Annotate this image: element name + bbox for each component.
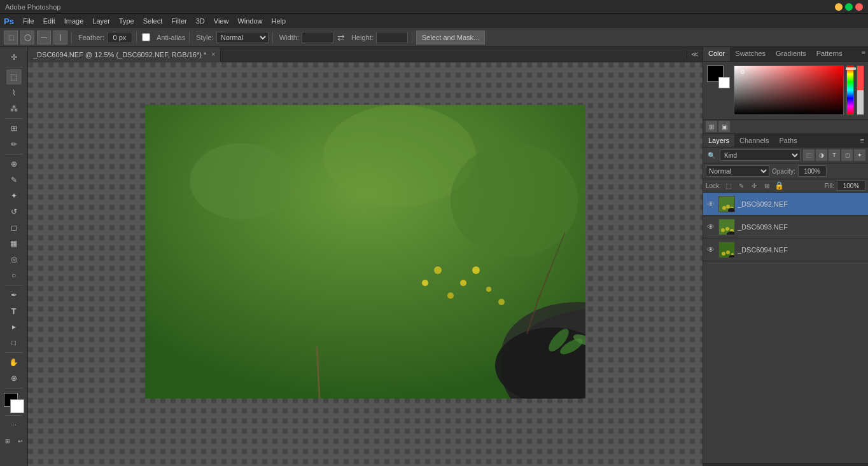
svg-point-21: [498, 299, 505, 305]
hand-tool-btn[interactable]: ✋: [6, 355, 22, 370]
menu-type[interactable]: Type: [115, 16, 138, 26]
clone-tool-btn[interactable]: ✦: [6, 188, 22, 203]
lock-all-btn[interactable]: 🔒: [774, 181, 785, 191]
extra-tool-1[interactable]: ⋯: [6, 418, 22, 433]
fill-input[interactable]: [837, 181, 865, 191]
panel-tool-1[interactable]: ⊞: [706, 121, 717, 132]
tab-color[interactable]: Color: [703, 47, 730, 61]
menu-edit[interactable]: Edit: [39, 16, 59, 26]
canvas-scroll-area[interactable]: [28, 62, 703, 466]
panel-tool-2[interactable]: ▣: [718, 121, 730, 132]
move-tool-btn[interactable]: ✢: [6, 50, 22, 65]
menu-3d[interactable]: 3D: [192, 16, 209, 26]
eyedropper-tool-btn[interactable]: ✏: [6, 137, 22, 152]
color-gradient-picker[interactable]: [734, 65, 844, 115]
toolbar-single-col-btn[interactable]: |: [53, 31, 67, 45]
toolbar-single-row-btn[interactable]: ―: [37, 31, 51, 45]
filter-adjust-btn[interactable]: ◑: [816, 149, 827, 161]
style-select[interactable]: Normal Fixed Ratio Fixed Size: [216, 32, 269, 43]
background-swatch[interactable]: [718, 77, 730, 88]
main-layout: ✢ ⬚ ⌇ ⁂ ⊞ ✏ ⊕ ✎ ✦ ↺ ◻ ▦ ◎ ○ ✒ T ▸ □ ✋ ⊕ …: [0, 47, 868, 466]
panel-collapse-btn[interactable]: ≪: [687, 50, 703, 58]
lasso-tool-btn[interactable]: ⌇: [6, 85, 22, 100]
shape-tool-btn[interactable]: □: [6, 335, 22, 350]
document-tab[interactable]: _DSC6094.NEF @ 12.5% (_DSC6092.NEF, RGB/…: [28, 47, 221, 62]
menu-image[interactable]: Image: [60, 16, 88, 26]
dark-gradient: [734, 66, 843, 114]
swap-dimensions-btn[interactable]: ⇄: [336, 32, 346, 43]
type-tool-btn[interactable]: T: [6, 303, 22, 319]
layers-panel-menu-btn[interactable]: ≡: [857, 135, 868, 146]
healing-tool-btn[interactable]: ⊕: [6, 156, 22, 172]
magic-wand-tool-btn[interactable]: ⁂: [6, 101, 22, 116]
menu-help[interactable]: Help: [268, 16, 290, 26]
layer-item[interactable]: 👁 _DSC6094.NEF: [703, 238, 868, 261]
toolbar-ellipse-select-btn[interactable]: ◯: [20, 31, 34, 45]
zoom-tool-btn[interactable]: ⊕: [6, 371, 22, 386]
lock-artboards-btn[interactable]: ⊞: [762, 181, 772, 191]
lock-image-pixels-btn[interactable]: ✎: [736, 181, 746, 191]
eraser-tool-btn[interactable]: ◻: [6, 220, 22, 235]
toolbar-rect-select-btn[interactable]: ⬚: [4, 31, 18, 45]
layer-item[interactable]: 👁 _DSC6092.NEF: [703, 193, 868, 216]
tab-patterns[interactable]: Patterns: [811, 47, 848, 61]
tool-extra-b[interactable]: ↩: [15, 434, 26, 449]
hue-strip[interactable]: [846, 65, 854, 115]
width-label: Width:: [279, 34, 299, 41]
pen-tool-btn[interactable]: ✒: [6, 287, 22, 303]
filter-shape-btn[interactable]: ◻: [841, 149, 853, 161]
opacity-input[interactable]: [798, 165, 827, 177]
layer-item[interactable]: 👁 _DSC6093.NEF: [703, 216, 868, 238]
menu-window[interactable]: Window: [234, 16, 266, 26]
dodge-tool-btn[interactable]: ○: [6, 268, 22, 283]
anti-alias-checkbox[interactable]: [142, 33, 150, 41]
tab-channels[interactable]: Channels: [734, 134, 774, 147]
menu-file[interactable]: File: [19, 16, 38, 26]
width-input[interactable]: [302, 32, 333, 43]
tab-paths[interactable]: Paths: [774, 134, 802, 147]
menu-filter[interactable]: Filter: [167, 16, 190, 26]
lock-pixels-btn[interactable]: ⬚: [724, 181, 734, 191]
gradient-tool-btn[interactable]: ▦: [6, 236, 22, 251]
lock-position-btn[interactable]: ✢: [749, 181, 759, 191]
maximize-btn[interactable]: [845, 3, 853, 11]
background-color[interactable]: [10, 399, 24, 413]
height-input[interactable]: [376, 32, 408, 43]
tab-title: _DSC6094.NEF @ 12.5% (_DSC6092.NEF, RGB/…: [33, 51, 206, 58]
filter-icon-buttons: ⬚ ◑ T ◻ ✦: [803, 149, 865, 161]
tab-close-btn[interactable]: ×: [211, 51, 215, 58]
minimize-btn[interactable]: [835, 3, 843, 11]
menu-layer[interactable]: Layer: [88, 16, 114, 26]
tool-extra-a[interactable]: ⊞: [2, 434, 13, 449]
tool-sep-4: [5, 285, 23, 285]
filter-smart-btn[interactable]: ✦: [854, 149, 865, 161]
close-btn[interactable]: [855, 3, 863, 11]
tab-layers[interactable]: Layers: [703, 134, 734, 147]
tab-swatches[interactable]: Swatches: [730, 47, 771, 61]
toolbar-sep-3: [189, 32, 190, 43]
filter-pixel-btn[interactable]: ⬚: [803, 149, 815, 161]
color-panel-tabs: Color Swatches Gradients Patterns ≡: [703, 47, 868, 62]
select-mask-btn[interactable]: Select and Mask...: [416, 31, 486, 45]
tab-gradients[interactable]: Gradients: [771, 47, 811, 61]
layer-visibility-toggle[interactable]: 👁: [706, 199, 716, 209]
filter-kind-select[interactable]: Kind Name Effect Mode Attribute Color Sm…: [720, 149, 801, 161]
blend-mode-select[interactable]: Normal Dissolve Multiply Screen Overlay: [706, 165, 769, 177]
layer-visibility-toggle[interactable]: 👁: [706, 222, 716, 232]
menu-view[interactable]: View: [210, 16, 233, 26]
filter-type-btn[interactable]: T: [829, 149, 840, 161]
menu-select[interactable]: Select: [139, 16, 167, 26]
path-selection-btn[interactable]: ▸: [6, 319, 22, 334]
filter-toggle-btn[interactable]: 🔍: [706, 149, 717, 161]
crop-tool-btn[interactable]: ⊞: [6, 121, 22, 136]
history-brush-btn[interactable]: ↺: [6, 204, 22, 219]
color-panel-menu-btn[interactable]: ≡: [859, 47, 868, 61]
extra-strip[interactable]: [857, 65, 864, 115]
feather-input[interactable]: [107, 32, 132, 43]
blur-tool-btn[interactable]: ◎: [6, 252, 22, 267]
tool-sep-7: [5, 415, 23, 416]
brush-tool-btn[interactable]: ✎: [6, 172, 22, 188]
rect-marquee-tool-btn[interactable]: ⬚: [6, 69, 22, 85]
layer-thumbnail: [718, 242, 735, 258]
layer-visibility-toggle[interactable]: 👁: [706, 245, 716, 255]
